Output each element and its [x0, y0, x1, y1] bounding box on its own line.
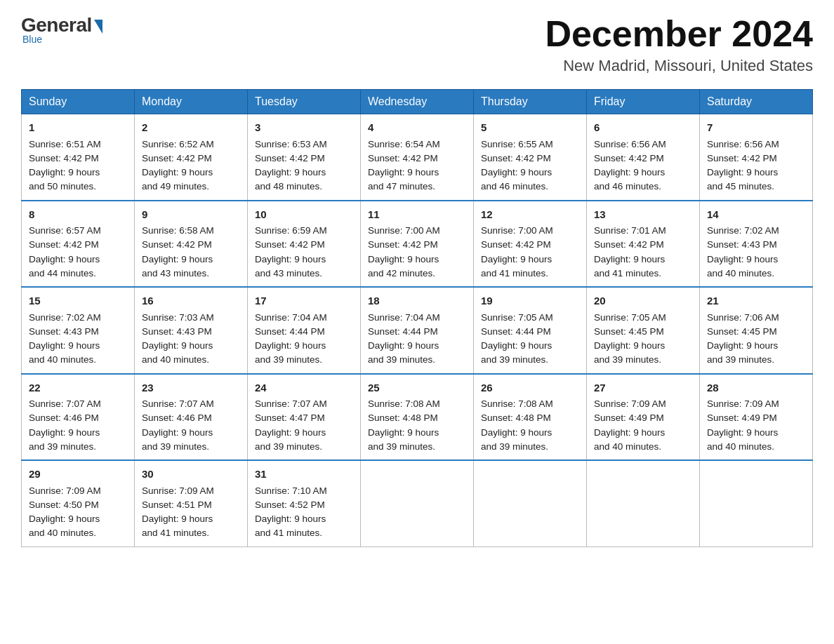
sunrise-label: Sunrise: 7:08 AM: [481, 398, 553, 409]
daylight-continuation: and 39 minutes.: [481, 354, 548, 365]
sunrise-label: Sunrise: 7:04 AM: [368, 312, 440, 323]
sunrise-label: Sunrise: 6:53 AM: [255, 139, 327, 149]
sunrise-label: Sunrise: 7:07 AM: [255, 398, 327, 409]
calendar-cell: 1 Sunrise: 6:51 AM Sunset: 4:42 PM Dayli…: [22, 114, 135, 201]
sunset-label: Sunset: 4:46 PM: [29, 412, 99, 423]
daylight-continuation: and 40 minutes.: [707, 441, 774, 452]
day-number: 6: [594, 120, 692, 136]
daylight-label: Daylight: 9 hours: [142, 167, 213, 177]
sunrise-label: Sunrise: 6:54 AM: [368, 139, 440, 149]
sunrise-label: Sunrise: 7:01 AM: [594, 225, 666, 236]
daylight-label: Daylight: 9 hours: [255, 254, 326, 264]
calendar-cell: 30 Sunrise: 7:09 AM Sunset: 4:51 PM Dayl…: [135, 460, 248, 546]
calendar-cell: 8 Sunrise: 6:57 AM Sunset: 4:42 PM Dayli…: [22, 201, 135, 288]
daylight-label: Daylight: 9 hours: [29, 167, 100, 177]
daylight-continuation: and 46 minutes.: [481, 181, 548, 192]
sunrise-label: Sunrise: 6:57 AM: [29, 225, 101, 236]
daylight-continuation: and 39 minutes.: [368, 354, 435, 365]
calendar-cell: 10 Sunrise: 6:59 AM Sunset: 4:42 PM Dayl…: [248, 201, 361, 288]
day-number: 15: [29, 293, 127, 309]
daylight-label: Daylight: 9 hours: [594, 340, 665, 351]
title-block: December 2024 New Madrid, Missouri, Unit…: [545, 14, 813, 75]
sunset-label: Sunset: 4:42 PM: [481, 153, 551, 163]
daylight-continuation: and 39 minutes.: [29, 441, 96, 452]
daylight-continuation: and 40 minutes.: [707, 268, 774, 279]
calendar-cell: 2 Sunrise: 6:52 AM Sunset: 4:42 PM Dayli…: [135, 114, 248, 201]
sunrise-label: Sunrise: 7:02 AM: [707, 225, 779, 236]
daylight-label: Daylight: 9 hours: [481, 340, 552, 351]
sunrise-label: Sunrise: 7:07 AM: [142, 398, 214, 409]
daylight-continuation: and 42 minutes.: [368, 268, 435, 279]
calendar-cell: 31 Sunrise: 7:10 AM Sunset: 4:52 PM Dayl…: [248, 460, 361, 546]
daylight-continuation: and 39 minutes.: [594, 354, 661, 365]
daylight-continuation: and 45 minutes.: [707, 181, 774, 192]
daylight-continuation: and 48 minutes.: [255, 181, 322, 192]
sunset-label: Sunset: 4:42 PM: [707, 153, 777, 163]
day-number: 19: [481, 293, 579, 309]
day-number: 8: [29, 207, 127, 223]
calendar-cell: 23 Sunrise: 7:07 AM Sunset: 4:46 PM Dayl…: [135, 374, 248, 461]
sunset-label: Sunset: 4:43 PM: [29, 326, 99, 337]
sunrise-label: Sunrise: 7:10 AM: [255, 485, 327, 496]
day-number: 13: [594, 207, 692, 223]
month-title: December 2024: [545, 14, 813, 54]
daylight-continuation: and 50 minutes.: [29, 181, 96, 192]
daylight-label: Daylight: 9 hours: [255, 167, 326, 177]
day-number: 29: [29, 467, 127, 483]
daylight-label: Daylight: 9 hours: [594, 167, 665, 177]
sunset-label: Sunset: 4:42 PM: [368, 153, 438, 163]
daylight-continuation: and 40 minutes.: [594, 441, 661, 452]
sunrise-label: Sunrise: 7:05 AM: [594, 312, 666, 323]
daylight-continuation: and 39 minutes.: [368, 441, 435, 452]
logo-arrow-icon: [94, 20, 102, 34]
day-number: 28: [707, 380, 805, 396]
calendar-header-row: SundayMondayTuesdayWednesdayThursdayFrid…: [22, 90, 813, 114]
daylight-label: Daylight: 9 hours: [707, 167, 778, 177]
calendar-header-saturday: Saturday: [700, 90, 813, 114]
day-number: 9: [142, 207, 240, 223]
sunset-label: Sunset: 4:44 PM: [368, 326, 438, 337]
day-number: 25: [368, 380, 466, 396]
calendar-cell: 15 Sunrise: 7:02 AM Sunset: 4:43 PM Dayl…: [22, 287, 135, 374]
day-number: 12: [481, 207, 579, 223]
daylight-label: Daylight: 9 hours: [142, 514, 213, 524]
logo-blue-text: Blue: [22, 34, 42, 45]
calendar-header-wednesday: Wednesday: [361, 90, 474, 114]
logo: General Blue: [21, 14, 102, 45]
calendar-cell: [474, 460, 587, 546]
calendar-week-row: 22 Sunrise: 7:07 AM Sunset: 4:46 PM Dayl…: [22, 374, 813, 461]
calendar-cell: 9 Sunrise: 6:58 AM Sunset: 4:42 PM Dayli…: [135, 201, 248, 288]
daylight-label: Daylight: 9 hours: [594, 427, 665, 438]
sunset-label: Sunset: 4:42 PM: [142, 153, 212, 163]
location-title: New Madrid, Missouri, United States: [545, 57, 813, 75]
sunset-label: Sunset: 4:42 PM: [368, 239, 438, 250]
day-number: 1: [29, 120, 127, 136]
sunset-label: Sunset: 4:42 PM: [29, 239, 99, 250]
daylight-continuation: and 47 minutes.: [368, 181, 435, 192]
calendar-cell: 27 Sunrise: 7:09 AM Sunset: 4:49 PM Dayl…: [587, 374, 700, 461]
daylight-continuation: and 39 minutes.: [255, 354, 322, 365]
calendar-cell: 3 Sunrise: 6:53 AM Sunset: 4:42 PM Dayli…: [248, 114, 361, 201]
sunset-label: Sunset: 4:46 PM: [142, 412, 212, 423]
calendar-cell: 26 Sunrise: 7:08 AM Sunset: 4:48 PM Dayl…: [474, 374, 587, 461]
calendar-cell: 24 Sunrise: 7:07 AM Sunset: 4:47 PM Dayl…: [248, 374, 361, 461]
daylight-label: Daylight: 9 hours: [707, 340, 778, 351]
sunset-label: Sunset: 4:47 PM: [255, 412, 325, 423]
sunset-label: Sunset: 4:42 PM: [481, 239, 551, 250]
sunset-label: Sunset: 4:42 PM: [255, 239, 325, 250]
daylight-label: Daylight: 9 hours: [594, 254, 665, 264]
daylight-continuation: and 44 minutes.: [29, 268, 96, 279]
calendar-cell: [587, 460, 700, 546]
daylight-label: Daylight: 9 hours: [142, 427, 213, 438]
sunrise-label: Sunrise: 7:09 AM: [707, 398, 779, 409]
calendar-header-thursday: Thursday: [474, 90, 587, 114]
sunrise-label: Sunrise: 7:09 AM: [29, 485, 101, 496]
sunrise-label: Sunrise: 7:02 AM: [29, 312, 101, 323]
daylight-label: Daylight: 9 hours: [142, 254, 213, 264]
daylight-label: Daylight: 9 hours: [29, 254, 100, 264]
calendar-cell: 20 Sunrise: 7:05 AM Sunset: 4:45 PM Dayl…: [587, 287, 700, 374]
sunset-label: Sunset: 4:42 PM: [142, 239, 212, 250]
calendar-cell: 4 Sunrise: 6:54 AM Sunset: 4:42 PM Dayli…: [361, 114, 474, 201]
calendar-cell: [361, 460, 474, 546]
day-number: 5: [481, 120, 579, 136]
